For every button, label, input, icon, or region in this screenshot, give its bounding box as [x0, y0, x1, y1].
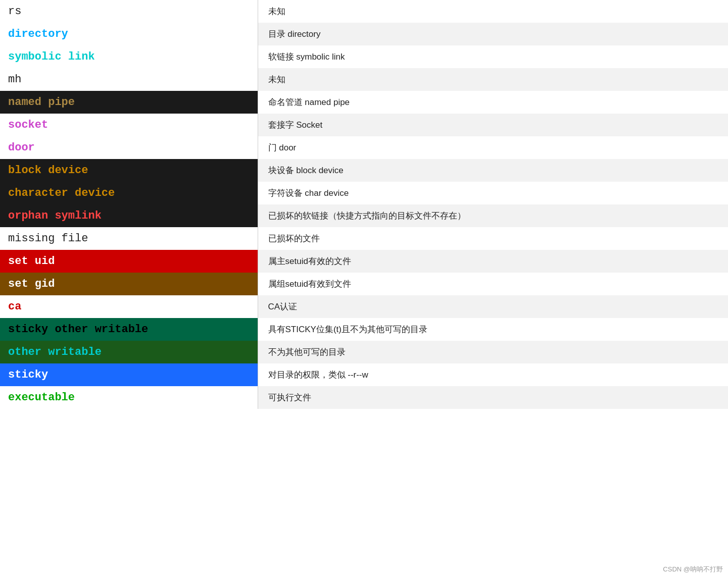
left-cell-ca: ca [0, 295, 258, 318]
right-cell-other-writable: 不为其他可写的目录 [258, 341, 728, 363]
table-row: mh未知 [0, 68, 728, 91]
right-cell-setuid: 属主setuid有效的文件 [258, 250, 728, 273]
table-row: symbolic link软链接 symbolic link [0, 45, 728, 68]
left-label-executable: executable [8, 391, 75, 404]
left-label-sticky-ow: sticky other writable [8, 323, 148, 336]
left-cell-named-pipe: named pipe [0, 91, 258, 114]
left-cell-executable: executable [0, 386, 258, 409]
table-row: block device块设备 block device [0, 159, 728, 182]
right-cell-char-device: 字符设备 char device [258, 182, 728, 204]
right-cell-ca: CA认证 [258, 295, 728, 318]
left-label-setgid: set gid [8, 278, 55, 290]
table-row: set uid属主setuid有效的文件 [0, 250, 728, 273]
left-label-named-pipe: named pipe [8, 96, 75, 109]
right-cell-missing: 已损坏的文件 [258, 227, 728, 250]
left-cell-missing: missing file [0, 227, 258, 250]
table-row: sticky对目录的权限，类似 --r--w [0, 363, 728, 386]
left-label-symlink: symbolic link [8, 50, 95, 63]
table-row: orphan symlink已损坏的软链接（快捷方式指向的目标文件不存在） [0, 204, 728, 227]
table-row: door门 door [0, 136, 728, 159]
right-cell-socket: 套接字 Socket [258, 114, 728, 136]
right-cell-symlink: 软链接 symbolic link [258, 45, 728, 68]
left-cell-rs: rs [0, 0, 258, 23]
table-row: set gid属组setuid有效到文件 [0, 273, 728, 295]
left-label-char-device: character device [8, 187, 115, 199]
table-row: sticky other writable具有STICKY位集(t)且不为其他可… [0, 318, 728, 341]
table-row: rs未知 [0, 0, 728, 23]
table-row: missing file已损坏的文件 [0, 227, 728, 250]
left-label-other-writable: other writable [8, 346, 102, 358]
left-label-directory: directory [8, 28, 68, 40]
right-cell-sticky-ow: 具有STICKY位集(t)且不为其他可写的目录 [258, 318, 728, 341]
right-cell-rs: 未知 [258, 0, 728, 23]
left-cell-orphan: orphan symlink [0, 204, 258, 227]
table-row: named pipe命名管道 named pipe [0, 91, 728, 114]
right-cell-named-pipe: 命名管道 named pipe [258, 91, 728, 114]
left-cell-sticky: sticky [0, 363, 258, 386]
left-label-setuid: set uid [8, 255, 55, 268]
left-cell-door: door [0, 136, 258, 159]
left-label-rs: rs [8, 5, 21, 18]
left-cell-mh: mh [0, 68, 258, 91]
right-cell-door: 门 door [258, 136, 728, 159]
right-cell-directory: 目录 directory [258, 23, 728, 45]
right-cell-sticky: 对目录的权限，类似 --r--w [258, 363, 728, 386]
left-label-door: door [8, 141, 35, 154]
left-cell-block-device: block device [0, 159, 258, 182]
right-cell-executable: 可执行文件 [258, 386, 728, 409]
left-label-orphan: orphan symlink [8, 209, 102, 222]
left-cell-socket: socket [0, 114, 258, 136]
right-cell-block-device: 块设备 block device [258, 159, 728, 182]
table-row: caCA认证 [0, 295, 728, 318]
table-row: socket套接字 Socket [0, 114, 728, 136]
left-cell-setuid: set uid [0, 250, 258, 273]
main-table: rs未知directory目录 directorysymbolic link软链… [0, 0, 728, 409]
left-label-ca: ca [8, 300, 21, 313]
right-cell-mh: 未知 [258, 68, 728, 91]
table-row: other writable不为其他可写的目录 [0, 341, 728, 363]
left-label-missing: missing file [8, 232, 88, 245]
left-label-mh: mh [8, 73, 21, 86]
watermark: CSDN @呐呐不打野 [663, 565, 723, 574]
left-label-sticky: sticky [8, 369, 48, 381]
right-cell-orphan: 已损坏的软链接（快捷方式指向的目标文件不存在） [258, 204, 728, 227]
left-label-block-device: block device [8, 164, 88, 177]
left-cell-char-device: character device [0, 182, 258, 204]
left-cell-directory: directory [0, 23, 258, 45]
left-cell-sticky-ow: sticky other writable [0, 318, 258, 341]
left-cell-other-writable: other writable [0, 341, 258, 363]
left-label-socket: socket [8, 119, 48, 131]
left-cell-setgid: set gid [0, 273, 258, 295]
right-cell-setgid: 属组setuid有效到文件 [258, 273, 728, 295]
left-cell-symlink: symbolic link [0, 45, 258, 68]
table-row: executable可执行文件 [0, 386, 728, 409]
table-row: directory目录 directory [0, 23, 728, 45]
table-row: character device字符设备 char device [0, 182, 728, 204]
